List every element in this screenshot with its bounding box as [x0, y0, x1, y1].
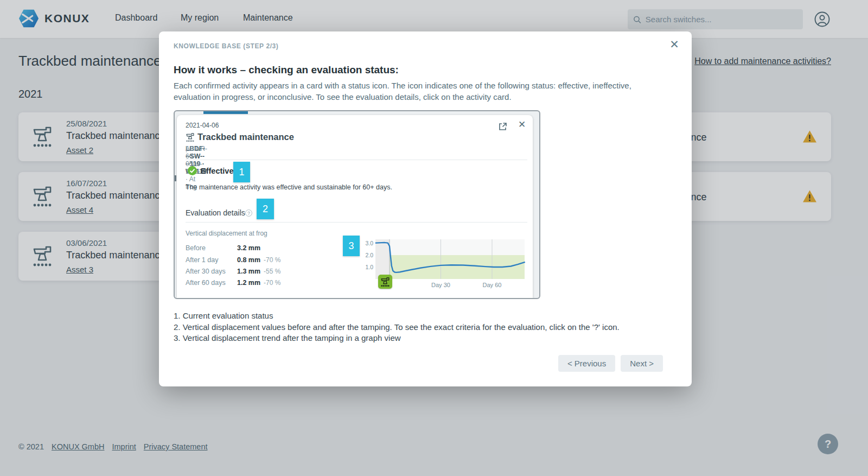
x-tick-label: Day 60 — [483, 282, 502, 288]
example-screenshot: 2021-04-06 Trackbed maintenance LBDF---S… — [174, 110, 540, 299]
example-date: 2021-04-06 — [186, 122, 219, 129]
row-label: After 60 days — [186, 279, 226, 287]
status-note: The maintenance activity was effective a… — [186, 183, 392, 191]
row-percent: -70 % — [264, 256, 280, 264]
row-label: After 1 day — [186, 256, 218, 264]
callout-2: 2 — [257, 199, 274, 219]
question-mark-icon: ? — [245, 210, 252, 217]
modal-title: How it works – checking an evaluation st… — [174, 64, 677, 76]
note-3: 3. Vertical displacement trend after the… — [174, 333, 677, 344]
x-tick-label: Day 30 — [431, 282, 450, 288]
y-tick-label: 2.0 — [365, 252, 373, 258]
modal-notes: 1. Current evaluation status 2. Vertical… — [174, 310, 677, 344]
row-value: 3.2 mm — [237, 244, 260, 252]
previous-button[interactable]: < Previous — [558, 355, 615, 372]
example-title: Trackbed maintenance — [197, 132, 294, 142]
row-value: 0.8 mm — [237, 256, 260, 264]
callout-1: 1 — [233, 162, 250, 182]
tab-indicator-fragment — [203, 111, 248, 114]
next-button[interactable]: Next > — [621, 355, 663, 372]
modal-button-row: < Previous Next > — [558, 355, 663, 372]
row-label: Before — [186, 244, 206, 252]
note-2: 2. Vertical displacement values before a… — [174, 322, 677, 333]
effective-check-icon — [188, 166, 197, 175]
y-tick-label: 3.0 — [365, 240, 373, 246]
note-1: 1. Current evaluation status — [174, 310, 677, 322]
status-label: Effective — [201, 167, 233, 175]
callout-3: 3 — [343, 236, 360, 256]
metric-label: Vertical displacement at frog — [186, 230, 267, 237]
evaluation-details-label: Evaluation details — [186, 208, 245, 217]
row-percent: -70 % — [264, 279, 280, 287]
modal-description: Each confirmed activity appears in a car… — [174, 80, 640, 103]
tamping-event-icon — [378, 275, 392, 289]
modal-close-icon[interactable]: ✕ — [667, 37, 682, 52]
tamping-icon — [186, 132, 195, 142]
knowledge-base-modal: KNOWLEDGE BASE (STEP 2/3) ✕ How it works… — [159, 31, 692, 386]
row-value: 1.2 mm — [237, 279, 260, 287]
row-label: After 30 days — [186, 268, 226, 275]
y-tick-label: 1.0 — [365, 264, 373, 270]
divider — [186, 160, 527, 160]
row-percent: -55 % — [264, 268, 280, 275]
row-value: 1.3 mm — [237, 268, 260, 275]
divider — [186, 222, 527, 223]
external-link-icon — [498, 122, 507, 131]
modal-step-label: KNOWLEDGE BASE (STEP 2/3) — [174, 42, 677, 50]
scrollbar-fragment — [175, 175, 176, 181]
close-icon: ✕ — [516, 119, 527, 130]
